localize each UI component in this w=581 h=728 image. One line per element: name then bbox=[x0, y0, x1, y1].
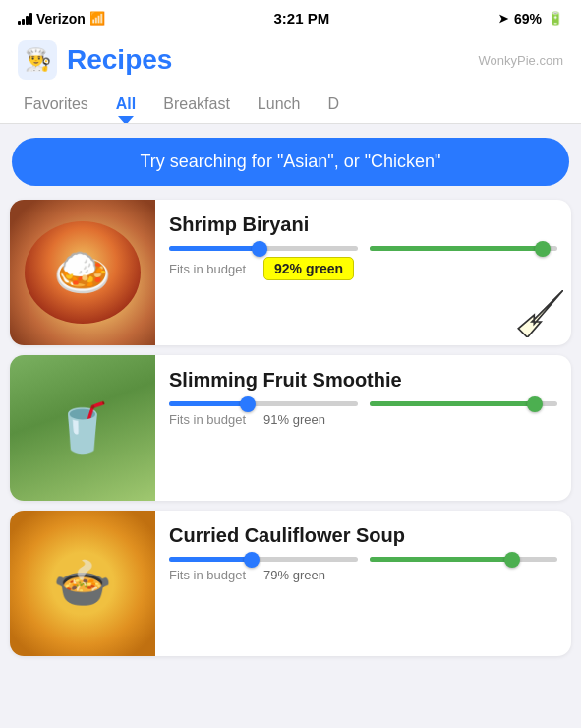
recipe-info-shrimp: Shrimp Biryani Fits in budget 92% green bbox=[155, 200, 571, 345]
app-title: Recipes bbox=[67, 44, 172, 76]
wifi-icon: 📶 bbox=[89, 11, 105, 26]
tab-favorites[interactable]: Favorites bbox=[10, 86, 102, 123]
battery-label: 69% bbox=[514, 11, 542, 27]
recipe-card-shrimp[interactable]: Shrimp Biryani Fits in budget 92% green bbox=[10, 200, 571, 345]
sliders-row-shrimp bbox=[169, 246, 557, 251]
status-right: ➤ 69% 🔋 bbox=[498, 11, 563, 27]
budget-label-soup: Fits in budget bbox=[169, 568, 246, 582]
app-header: 👨‍🍳 Recipes WonkyPie.com bbox=[0, 32, 581, 86]
tab-all[interactable]: All bbox=[102, 86, 149, 123]
stats-row-smoothie: Fits in budget 91% green bbox=[169, 412, 557, 427]
budget-label-smoothie: Fits in budget bbox=[169, 412, 246, 427]
status-time: 3:21 PM bbox=[274, 10, 330, 27]
budget-label-shrimp: Fits in budget bbox=[169, 262, 246, 276]
brand-text: WonkyPie.com bbox=[479, 53, 563, 68]
tab-bar: Favorites All Breakfast Lunch D bbox=[0, 86, 581, 124]
green-slider-shrimp[interactable] bbox=[370, 246, 558, 251]
recipe-name-smoothie: Slimming Fruit Smoothie bbox=[169, 369, 557, 392]
recipe-name-soup: Curried Cauliflower Soup bbox=[169, 524, 557, 547]
recipe-name-shrimp: Shrimp Biryani bbox=[169, 213, 557, 236]
stats-row-soup: Fits in budget 79% green bbox=[169, 568, 557, 582]
green-slider-smoothie[interactable] bbox=[370, 401, 558, 406]
chef-emoji: 👨‍🍳 bbox=[25, 47, 51, 73]
stats-row-shrimp: Fits in budget 92% green bbox=[169, 257, 557, 280]
app-title-group: 👨‍🍳 Recipes bbox=[18, 40, 172, 80]
carrier-label: Verizon bbox=[36, 11, 86, 27]
tab-breakfast[interactable]: Breakfast bbox=[149, 86, 244, 123]
recipe-image-soup bbox=[10, 511, 155, 656]
search-banner-text: Try searching for "Asian", or "Chicken" bbox=[141, 152, 441, 171]
green-slider-soup[interactable] bbox=[370, 557, 558, 562]
blue-slider-smoothie[interactable] bbox=[169, 401, 358, 406]
recipe-info-soup: Curried Cauliflower Soup Fits in budget … bbox=[155, 511, 571, 656]
recipe-card-wrapper-1: Shrimp Biryani Fits in budget 92% green bbox=[10, 200, 571, 345]
search-banner[interactable]: Try searching for "Asian", or "Chicken" bbox=[12, 138, 569, 186]
recipe-image-smoothie bbox=[10, 355, 155, 501]
recipe-card-soup[interactable]: Curried Cauliflower Soup Fits in budget … bbox=[10, 511, 571, 656]
location-icon: ➤ bbox=[498, 12, 508, 26]
green-badge-shrimp: 92% green bbox=[263, 257, 354, 280]
signal-bars bbox=[18, 13, 32, 25]
battery-icon: 🔋 bbox=[548, 11, 563, 26]
recipe-info-smoothie: Slimming Fruit Smoothie Fits in budget 9… bbox=[155, 355, 571, 501]
status-left: Verizon 📶 bbox=[18, 11, 105, 27]
tab-lunch[interactable]: Lunch bbox=[244, 86, 315, 123]
recipe-image-shrimp bbox=[10, 200, 155, 345]
green-pct-soup: 79% green bbox=[263, 568, 325, 582]
tab-d[interactable]: D bbox=[314, 86, 353, 123]
recipe-list: Shrimp Biryani Fits in budget 92% green bbox=[0, 200, 581, 656]
sliders-row-smoothie bbox=[169, 401, 557, 406]
recipe-card-smoothie[interactable]: Slimming Fruit Smoothie Fits in budget 9… bbox=[10, 355, 571, 501]
blue-slider-soup[interactable] bbox=[169, 557, 358, 562]
green-pct-smoothie: 91% green bbox=[263, 412, 325, 427]
blue-slider-shrimp[interactable] bbox=[169, 246, 358, 251]
sliders-row-soup bbox=[169, 557, 557, 562]
status-bar: Verizon 📶 3:21 PM ➤ 69% 🔋 bbox=[0, 0, 581, 32]
chef-icon: 👨‍🍳 bbox=[18, 40, 57, 80]
